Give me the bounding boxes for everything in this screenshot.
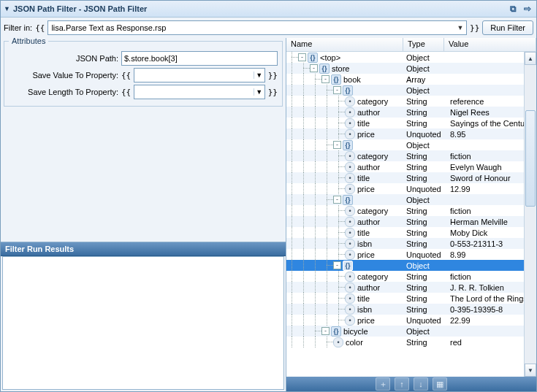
vertical-scrollbar[interactable]: ▲ ▼ <box>524 52 536 377</box>
property-icon: • <box>345 129 355 139</box>
tree-row[interactable]: •titleStringSword of Honour <box>286 172 524 183</box>
property-icon: • <box>345 107 355 118</box>
property-icon: • <box>345 151 355 161</box>
forward-icon[interactable]: ⇨ <box>522 3 533 15</box>
save-length-combo[interactable]: ▼ <box>134 85 265 99</box>
tree-row[interactable]: •priceUnquoted22.99 <box>286 315 524 326</box>
node-type: String <box>403 207 447 215</box>
tree-row[interactable]: -{}Object <box>286 260 524 271</box>
node-type: String <box>403 239 447 248</box>
filter-in-combo[interactable]: ▼ <box>47 20 467 35</box>
json-path-input[interactable] <box>121 51 278 66</box>
save-value-input[interactable] <box>134 71 254 80</box>
tree-row[interactable]: •categoryStringreference <box>286 96 524 107</box>
tree-row[interactable]: -{}bookArray <box>286 74 524 85</box>
tree-row[interactable]: •authorStringNigel Rees <box>286 107 524 118</box>
node-name: price <box>357 185 375 193</box>
tree-row[interactable]: •titleStringMoby Dick <box>286 227 524 238</box>
expander-icon[interactable]: - <box>333 86 341 94</box>
move-up-icon[interactable]: ↑ <box>395 377 409 391</box>
node-type: String <box>403 228 447 237</box>
node-type: String <box>403 163 447 172</box>
col-type[interactable]: Type <box>403 38 444 51</box>
node-name: category <box>357 97 388 106</box>
expander-icon[interactable]: - <box>321 327 330 335</box>
save-value-label: Save Value To Property: <box>9 71 118 80</box>
scroll-down-icon[interactable]: ▼ <box>525 364 536 377</box>
save-value-combo[interactable]: ▼ <box>134 68 265 82</box>
chevron-down-icon[interactable]: ▼ <box>254 88 264 96</box>
node-type: Object <box>403 53 447 62</box>
column-headers: Name Type Value <box>286 38 536 52</box>
tree-row[interactable]: •categoryStringfiction <box>286 205 524 216</box>
tree-row[interactable]: -{}Object <box>286 85 524 96</box>
add-icon[interactable]: ＋ <box>376 377 390 391</box>
tree-row[interactable]: •categoryStringfiction <box>286 271 524 282</box>
tree-row[interactable]: •categoryStringfiction <box>286 150 524 161</box>
expander-icon[interactable]: - <box>333 261 341 269</box>
tree-row[interactable]: •isbnString0-395-19395-8 <box>286 304 524 315</box>
node-type: String <box>403 97 447 106</box>
property-icon: • <box>345 162 355 172</box>
json-tree[interactable]: -{}<top>Object-{}storeObject-{}bookArray… <box>286 52 524 377</box>
node-name: title <box>357 294 370 303</box>
tree-row[interactable]: -{}storeObject <box>286 63 524 74</box>
expander-icon[interactable]: - <box>333 141 341 149</box>
scroll-up-icon[interactable]: ▲ <box>525 52 536 65</box>
node-type: Unquoted <box>403 185 447 193</box>
node-name: book <box>343 75 361 84</box>
tree-row[interactable]: •authorStringHerman Melville <box>286 216 524 227</box>
tree-row[interactable]: -{}<top>Object <box>286 52 524 63</box>
left-panel: Attributes JSON Path: Save Value To Prop… <box>1 38 286 391</box>
node-value: Sayings of the Century <box>447 119 524 128</box>
col-value[interactable]: Value <box>444 38 536 51</box>
filter-in-input[interactable] <box>50 22 456 34</box>
node-name: price <box>357 250 375 259</box>
scroll-thumb[interactable] <box>525 110 536 207</box>
node-value: 0-553-21311-3 <box>447 239 524 248</box>
property-icon: • <box>345 239 355 249</box>
node-type: String <box>403 108 447 117</box>
node-type: Array <box>403 75 447 84</box>
tree-row[interactable]: •authorStringEvelyn Waugh <box>286 161 524 172</box>
collapse-triangle-icon[interactable]: ▼ <box>4 5 10 12</box>
node-name: color <box>346 338 363 347</box>
property-icon: • <box>333 337 343 347</box>
node-type: Object <box>403 141 447 150</box>
tree-row[interactable]: •titleStringThe Lord of the Rings <box>286 293 524 304</box>
expander-icon[interactable]: - <box>298 53 306 61</box>
node-value: 0-395-19395-8 <box>447 305 524 314</box>
node-type: String <box>403 283 447 292</box>
tree-row[interactable]: •authorStringJ. R. R. Tolkien <box>286 282 524 293</box>
tree-row[interactable]: •colorStringred <box>286 337 524 347</box>
move-down-icon[interactable]: ↓ <box>414 377 428 391</box>
save-length-input[interactable] <box>134 88 254 96</box>
tree-toolbar: ＋ ↑ ↓ ▦ <box>286 377 536 391</box>
tree-row[interactable]: •priceUnquoted8.99 <box>286 249 524 260</box>
property-icon: • <box>345 228 355 238</box>
property-icon: • <box>345 217 355 227</box>
expander-icon[interactable]: - <box>310 64 318 72</box>
node-name: title <box>357 119 370 128</box>
chevron-down-icon[interactable]: ▼ <box>456 24 465 31</box>
tree-row[interactable]: •priceUnquoted8.95 <box>286 128 524 139</box>
tree-row[interactable]: -{}Object <box>286 139 524 150</box>
object-icon: {} <box>308 53 318 63</box>
tree-row[interactable]: •titleStringSayings of the Century <box>286 118 524 128</box>
tree-row[interactable]: -{}bicycleObject <box>286 326 524 337</box>
run-filter-button[interactable]: Run Filter <box>482 20 533 35</box>
node-type: String <box>403 294 447 303</box>
node-type: String <box>403 272 447 281</box>
tree-row[interactable]: -{}Object <box>286 194 524 205</box>
detach-icon[interactable]: ⧉ <box>507 3 519 15</box>
col-name[interactable]: Name <box>286 38 403 51</box>
node-value: reference <box>447 97 524 106</box>
tree-row[interactable]: •priceUnquoted12.99 <box>286 183 524 194</box>
expander-icon[interactable]: - <box>321 75 330 83</box>
expander-icon[interactable]: - <box>333 196 341 204</box>
tree-row[interactable]: •isbnString0-553-21311-3 <box>286 238 524 249</box>
node-value: fiction <box>447 152 524 161</box>
node-type: Object <box>403 261 447 270</box>
chevron-down-icon[interactable]: ▼ <box>254 72 264 79</box>
delete-icon[interactable]: ▦ <box>433 377 447 391</box>
